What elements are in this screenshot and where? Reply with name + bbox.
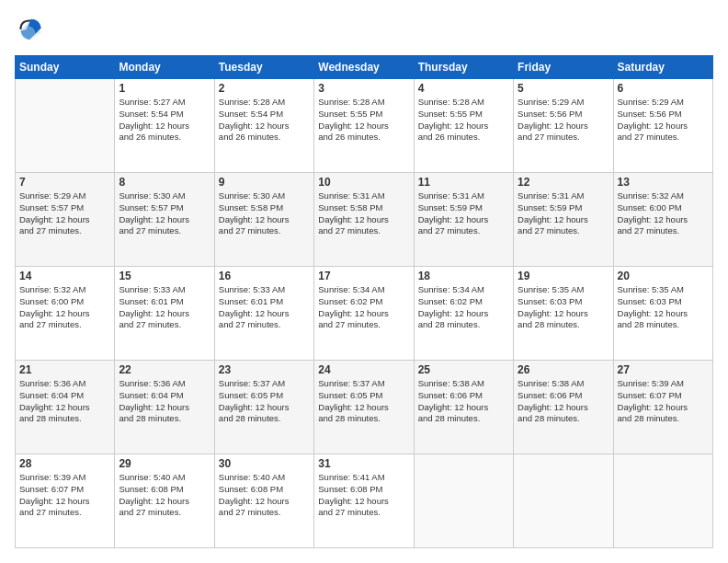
day-info: Sunrise: 5:28 AM Sunset: 5:55 PM Dayligh… (318, 97, 409, 144)
day-info: Sunrise: 5:36 AM Sunset: 6:04 PM Dayligh… (119, 378, 210, 425)
day-number: 13 (618, 176, 709, 189)
day-number: 21 (19, 363, 110, 376)
day-info: Sunrise: 5:31 AM Sunset: 5:59 PM Dayligh… (518, 190, 609, 237)
day-number: 29 (119, 457, 210, 470)
calendar-cell: 8Sunrise: 5:30 AM Sunset: 5:57 PM Daylig… (115, 173, 214, 267)
day-info: Sunrise: 5:37 AM Sunset: 6:05 PM Dayligh… (219, 378, 310, 425)
day-number: 1 (119, 82, 210, 95)
calendar-cell: 4Sunrise: 5:28 AM Sunset: 5:55 PM Daylig… (414, 79, 513, 173)
day-number: 4 (418, 82, 509, 95)
calendar-cell: 14Sunrise: 5:32 AM Sunset: 6:00 PM Dayli… (16, 267, 115, 361)
day-number: 23 (219, 363, 310, 376)
day-info: Sunrise: 5:33 AM Sunset: 6:01 PM Dayligh… (219, 284, 310, 331)
calendar-header-row: SundayMondayTuesdayWednesdayThursdayFrid… (16, 56, 713, 79)
calendar-cell: 26Sunrise: 5:38 AM Sunset: 6:06 PM Dayli… (514, 361, 613, 454)
day-info: Sunrise: 5:27 AM Sunset: 5:54 PM Dayligh… (119, 97, 210, 144)
calendar-cell: 29Sunrise: 5:40 AM Sunset: 6:08 PM Dayli… (115, 454, 214, 548)
weekday-header: Friday (514, 56, 613, 79)
calendar-week-row: 21Sunrise: 5:36 AM Sunset: 6:04 PM Dayli… (16, 361, 713, 454)
weekday-header: Thursday (414, 56, 513, 79)
calendar-week-row: 14Sunrise: 5:32 AM Sunset: 6:00 PM Dayli… (16, 267, 713, 361)
day-number: 14 (19, 270, 110, 282)
calendar-cell: 19Sunrise: 5:35 AM Sunset: 6:03 PM Dayli… (514, 267, 613, 361)
weekday-header: Wednesday (314, 56, 414, 79)
calendar-cell: 28Sunrise: 5:39 AM Sunset: 6:07 PM Dayli… (16, 454, 115, 548)
calendar-cell: 5Sunrise: 5:29 AM Sunset: 5:56 PM Daylig… (514, 79, 613, 173)
day-info: Sunrise: 5:32 AM Sunset: 6:00 PM Dayligh… (19, 284, 110, 331)
calendar-cell: 6Sunrise: 5:29 AM Sunset: 5:56 PM Daylig… (613, 79, 712, 173)
day-number: 6 (618, 82, 709, 95)
calendar-cell (16, 79, 115, 173)
day-number: 7 (19, 176, 110, 189)
calendar-cell: 17Sunrise: 5:34 AM Sunset: 6:02 PM Dayli… (314, 267, 414, 361)
day-number: 20 (618, 270, 709, 282)
day-number: 18 (418, 270, 509, 282)
day-info: Sunrise: 5:29 AM Sunset: 5:57 PM Dayligh… (19, 190, 110, 237)
day-info: Sunrise: 5:29 AM Sunset: 5:56 PM Dayligh… (518, 97, 609, 144)
calendar-cell: 20Sunrise: 5:35 AM Sunset: 6:03 PM Dayli… (613, 267, 712, 361)
day-info: Sunrise: 5:28 AM Sunset: 5:55 PM Dayligh… (418, 97, 509, 144)
calendar-cell (613, 454, 712, 548)
day-info: Sunrise: 5:40 AM Sunset: 6:08 PM Dayligh… (119, 472, 210, 519)
day-number: 10 (318, 176, 409, 189)
day-number: 16 (219, 270, 310, 282)
weekday-header: Sunday (16, 56, 115, 79)
calendar-cell: 3Sunrise: 5:28 AM Sunset: 5:55 PM Daylig… (314, 79, 414, 173)
day-info: Sunrise: 5:31 AM Sunset: 5:59 PM Dayligh… (418, 190, 509, 237)
day-number: 19 (518, 270, 609, 282)
day-number: 25 (418, 363, 509, 376)
day-info: Sunrise: 5:40 AM Sunset: 6:08 PM Dayligh… (219, 472, 310, 519)
logo (15, 15, 48, 44)
day-info: Sunrise: 5:34 AM Sunset: 6:02 PM Dayligh… (418, 284, 509, 331)
calendar-cell: 16Sunrise: 5:33 AM Sunset: 6:01 PM Dayli… (214, 267, 313, 361)
calendar-cell: 24Sunrise: 5:37 AM Sunset: 6:05 PM Dayli… (314, 361, 414, 454)
calendar-cell: 2Sunrise: 5:28 AM Sunset: 5:54 PM Daylig… (214, 79, 313, 173)
calendar-week-row: 28Sunrise: 5:39 AM Sunset: 6:07 PM Dayli… (16, 454, 713, 548)
day-number: 2 (219, 82, 310, 95)
day-info: Sunrise: 5:39 AM Sunset: 6:07 PM Dayligh… (618, 378, 709, 425)
day-info: Sunrise: 5:34 AM Sunset: 6:02 PM Dayligh… (318, 284, 409, 331)
calendar-week-row: 7Sunrise: 5:29 AM Sunset: 5:57 PM Daylig… (16, 173, 713, 267)
page-header (15, 15, 713, 44)
calendar-cell: 30Sunrise: 5:40 AM Sunset: 6:08 PM Dayli… (214, 454, 313, 548)
calendar-cell: 12Sunrise: 5:31 AM Sunset: 5:59 PM Dayli… (514, 173, 613, 267)
day-number: 31 (318, 457, 409, 470)
day-info: Sunrise: 5:29 AM Sunset: 5:56 PM Dayligh… (618, 97, 709, 144)
calendar-cell: 7Sunrise: 5:29 AM Sunset: 5:57 PM Daylig… (16, 173, 115, 267)
day-info: Sunrise: 5:30 AM Sunset: 5:57 PM Dayligh… (119, 190, 210, 237)
calendar-cell: 27Sunrise: 5:39 AM Sunset: 6:07 PM Dayli… (613, 361, 712, 454)
calendar-cell: 22Sunrise: 5:36 AM Sunset: 6:04 PM Dayli… (115, 361, 214, 454)
day-number: 9 (219, 176, 310, 189)
day-number: 26 (518, 363, 609, 376)
day-info: Sunrise: 5:28 AM Sunset: 5:54 PM Dayligh… (219, 97, 310, 144)
weekday-header: Saturday (613, 56, 712, 79)
calendar-table: SundayMondayTuesdayWednesdayThursdayFrid… (15, 55, 713, 548)
day-info: Sunrise: 5:36 AM Sunset: 6:04 PM Dayligh… (19, 378, 110, 425)
day-number: 12 (518, 176, 609, 189)
day-number: 5 (518, 82, 609, 95)
day-number: 11 (418, 176, 509, 189)
day-number: 24 (318, 363, 409, 376)
day-number: 27 (618, 363, 709, 376)
day-info: Sunrise: 5:32 AM Sunset: 6:00 PM Dayligh… (618, 190, 709, 237)
calendar-cell (414, 454, 513, 548)
day-info: Sunrise: 5:39 AM Sunset: 6:07 PM Dayligh… (19, 472, 110, 519)
day-number: 15 (119, 270, 210, 282)
calendar-cell: 25Sunrise: 5:38 AM Sunset: 6:06 PM Dayli… (414, 361, 513, 454)
day-number: 3 (318, 82, 409, 95)
calendar-cell: 21Sunrise: 5:36 AM Sunset: 6:04 PM Dayli… (16, 361, 115, 454)
weekday-header: Tuesday (214, 56, 313, 79)
day-info: Sunrise: 5:35 AM Sunset: 6:03 PM Dayligh… (518, 284, 609, 331)
day-number: 17 (318, 270, 409, 282)
calendar-cell: 10Sunrise: 5:31 AM Sunset: 5:58 PM Dayli… (314, 173, 414, 267)
calendar-cell (514, 454, 613, 548)
calendar-cell: 13Sunrise: 5:32 AM Sunset: 6:00 PM Dayli… (613, 173, 712, 267)
day-number: 28 (19, 457, 110, 470)
calendar-cell: 23Sunrise: 5:37 AM Sunset: 6:05 PM Dayli… (214, 361, 313, 454)
calendar-week-row: 1Sunrise: 5:27 AM Sunset: 5:54 PM Daylig… (16, 79, 713, 173)
day-info: Sunrise: 5:41 AM Sunset: 6:08 PM Dayligh… (318, 472, 409, 519)
logo-icon (15, 15, 44, 44)
day-info: Sunrise: 5:30 AM Sunset: 5:58 PM Dayligh… (219, 190, 310, 237)
day-info: Sunrise: 5:38 AM Sunset: 6:06 PM Dayligh… (518, 378, 609, 425)
day-info: Sunrise: 5:35 AM Sunset: 6:03 PM Dayligh… (618, 284, 709, 331)
